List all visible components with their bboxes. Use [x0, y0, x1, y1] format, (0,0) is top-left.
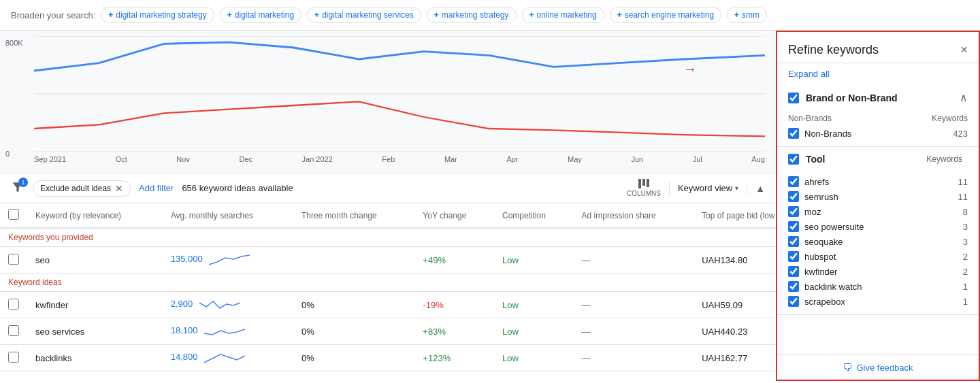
row-checkbox[interactable] [8, 352, 19, 363]
scrapebox-count: 1 [963, 297, 968, 307]
brand-subsection-keywords-label: Keywords [932, 114, 968, 123]
bid-cell: UAH59.09 [693, 292, 776, 318]
keywords-table: Keyword (by relevance) Avg. monthly sear… [0, 203, 776, 371]
refine-section-tool-header[interactable]: Tool Keywords [777, 147, 979, 171]
nonbrands-checkbox[interactable] [788, 128, 799, 139]
col-avg-searches: Avg. monthly searches [163, 203, 293, 228]
yoy-cell: +49% [414, 247, 494, 273]
plus-icon: + [227, 10, 232, 20]
add-filter-button[interactable]: Add filter [139, 183, 174, 193]
section-ideas-header: Keyword ideas [0, 273, 776, 292]
refine-close-button[interactable]: × [960, 43, 968, 57]
col-competition: Competition [494, 203, 574, 228]
columns-button[interactable]: COLUMNS [627, 179, 661, 197]
broaden-chip-label-2: digital marketing services [322, 10, 414, 20]
collapse-button[interactable]: ▲ [755, 183, 765, 194]
refine-section-brand-header[interactable]: Brand or Non-Brand ∧ [777, 84, 979, 111]
brand-section-title: Brand or Non-Brand [806, 93, 953, 103]
tool-section-checkbox[interactable] [788, 154, 799, 165]
select-all-checkbox[interactable] [8, 209, 19, 220]
broaden-chip-label-4: online marketing [537, 10, 597, 20]
backlink-watch-checkbox[interactable] [788, 281, 799, 292]
competition-cell: Low [494, 345, 574, 371]
moz-label: moz [804, 207, 958, 217]
feedback-icon: 🗨 [843, 362, 852, 373]
seo-powersuite-count: 3 [963, 222, 968, 232]
broaden-chip-1[interactable]: + digital marketing [220, 7, 301, 23]
col-ad-impression: Ad impression share [574, 203, 694, 228]
broaden-chip-2[interactable]: + digital marketing services [307, 7, 421, 23]
semrush-checkbox[interactable] [788, 191, 799, 202]
plus-icon: + [314, 10, 319, 20]
col-three-month: Three month change [293, 203, 414, 228]
refine-item-nonbrands: Non-Brands 423 [788, 126, 968, 141]
competition-cell: Low [494, 247, 574, 273]
broaden-chip-4[interactable]: + online marketing [522, 7, 604, 23]
broaden-chip-3[interactable]: + marketing strategy [427, 7, 517, 23]
give-feedback-label: Give feedback [856, 363, 913, 373]
section-ideas-label: Keyword ideas [0, 273, 776, 292]
three-month-cell: 0% [293, 318, 414, 345]
refine-footer[interactable]: 🗨 Give feedback [777, 354, 979, 380]
avg-searches-cell: 18,100 [163, 318, 293, 345]
seoquake-checkbox[interactable] [788, 236, 799, 247]
mini-chart [204, 350, 245, 365]
separator [669, 182, 670, 195]
keyword-count: 656 keyword ideas available [182, 183, 619, 193]
scrapebox-checkbox[interactable] [788, 296, 799, 307]
mini-chart [199, 297, 240, 312]
row-checkbox[interactable] [8, 254, 19, 265]
kwfinder-label: kwfinder [804, 267, 958, 277]
keyword-name: seo services [27, 318, 163, 345]
col-checkbox[interactable] [0, 203, 27, 228]
bid-cell: UAH440.23 [693, 318, 776, 345]
expand-all-button[interactable]: Expand all [777, 63, 979, 84]
filter-icon-button[interactable]: 1 [11, 180, 24, 196]
refine-item-semrush: semrush 11 [788, 189, 968, 204]
keyword-name: backlinks [27, 345, 163, 371]
close-icon[interactable]: ✕ [115, 183, 123, 194]
col-keyword: Keyword (by relevance) [27, 203, 163, 228]
seo-powersuite-checkbox[interactable] [788, 221, 799, 232]
brand-section-checkbox[interactable] [788, 93, 799, 103]
nonbrands-label: Non-Brands [804, 129, 947, 139]
plus-icon: + [108, 10, 113, 20]
keyword-view-button[interactable]: Keyword view ▾ [678, 183, 738, 193]
avg-searches-cell: 14,800 [163, 345, 293, 371]
mini-chart [204, 324, 245, 339]
plus-icon: + [617, 10, 622, 20]
ahrefs-checkbox[interactable] [788, 176, 799, 187]
hubspot-count: 2 [963, 252, 968, 262]
filter-bar: 1 Exclude adult ideas ✕ Add filter 656 k… [0, 173, 776, 203]
kwfinder-count: 2 [963, 267, 968, 277]
refine-item-seoquake: seoquake 3 [788, 234, 968, 249]
scrapebox-label: scrapebox [804, 297, 958, 307]
row-checkbox-cell[interactable] [0, 247, 27, 273]
yoy-cell: +123% [414, 345, 494, 371]
broaden-chip-6[interactable]: + smm [727, 7, 767, 23]
refine-item-scrapebox: scrapebox 1 [788, 294, 968, 309]
broaden-chip-0[interactable]: + digital marketing strategy [101, 7, 214, 23]
plus-icon: + [434, 10, 439, 20]
kwfinder-checkbox[interactable] [788, 266, 799, 277]
row-checkbox[interactable] [8, 299, 19, 310]
backlink-watch-count: 1 [963, 282, 968, 292]
table-row: kwfinder 2,900 0% -19% Low — [0, 292, 776, 318]
backlink-watch-label: backlink watch [804, 282, 958, 292]
separator-2 [747, 182, 747, 195]
broaden-chip-5[interactable]: + search engine marketing [610, 7, 721, 23]
broaden-chip-label-0: digital marketing strategy [116, 10, 206, 20]
tool-section-items: ahrefs 11 semrush 11 moz 8 seo powersuit… [777, 171, 979, 314]
plus-icon: + [529, 10, 534, 20]
table-row: seo 135,000 +49% Low — [0, 247, 776, 273]
refine-panel: Refine keywords × Expand all Brand or No… [776, 31, 980, 381]
exclude-adult-chip[interactable]: Exclude adult ideas ✕ [33, 180, 131, 197]
ahrefs-count: 11 [958, 177, 968, 187]
hubspot-checkbox[interactable] [788, 251, 799, 262]
left-panel: 800K 0 Sep 2021 Oct Nov Dec Jan 2022 Feb… [0, 31, 776, 381]
three-month-cell: 0% [293, 345, 414, 371]
table-row: backlinks 14,800 0% +123% Low [0, 345, 776, 371]
row-checkbox[interactable] [8, 325, 19, 336]
main-content: 800K 0 Sep 2021 Oct Nov Dec Jan 2022 Feb… [0, 31, 980, 381]
moz-checkbox[interactable] [788, 206, 799, 217]
